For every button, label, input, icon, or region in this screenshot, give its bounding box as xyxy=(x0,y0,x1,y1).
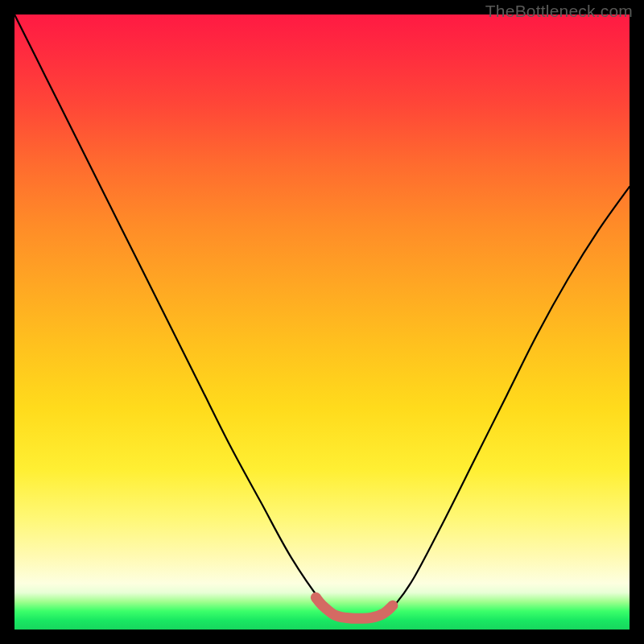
watermark-text: TheBottleneck.com xyxy=(485,2,633,21)
optimal-zone-marker xyxy=(316,597,393,618)
curve-layer xyxy=(14,14,630,630)
plot-area xyxy=(14,14,630,630)
bottleneck-curve xyxy=(14,14,630,619)
chart-stage: TheBottleneck.com xyxy=(0,0,644,644)
